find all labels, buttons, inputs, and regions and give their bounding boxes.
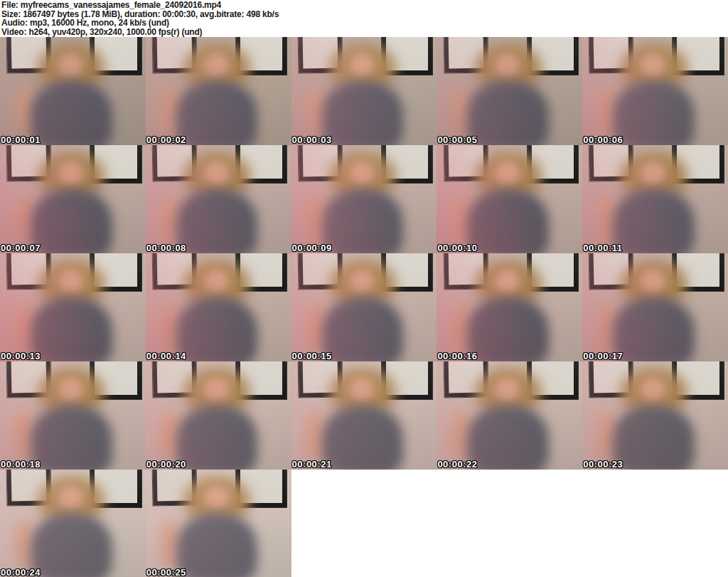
- abstract-torso-shape: [31, 513, 112, 577]
- video-thumbnail: 00:00:13: [0, 253, 146, 361]
- abstract-torso-shape: [176, 297, 258, 361]
- abstract-face-shape: [495, 270, 520, 293]
- video-thumbnail: 00:00:15: [291, 253, 437, 361]
- abstract-hair-shape: [620, 368, 687, 415]
- abstract-hair-shape: [329, 260, 396, 307]
- frame-timestamp: 00:00:17: [583, 351, 623, 361]
- frame-timestamp: 00:00:24: [1, 567, 41, 577]
- abstract-torso-shape: [467, 80, 549, 145]
- frame-placeholder-art: [0, 470, 146, 577]
- abstract-torso-shape: [31, 297, 112, 361]
- frame-timestamp: 00:00:18: [1, 459, 41, 470]
- abstract-hair-shape: [475, 368, 542, 415]
- frame-placeholder-art: [437, 361, 582, 470]
- abstract-hair-shape: [620, 43, 687, 91]
- wall-picture-frame: [153, 37, 197, 73]
- abstract-face-shape: [58, 53, 83, 77]
- wall-picture-frame: [7, 361, 51, 398]
- wall-picture-frame: [236, 361, 287, 399]
- frame-placeholder-art: [146, 470, 291, 577]
- abstract-arm-shape: [14, 519, 35, 569]
- wall-picture-frame: [444, 145, 488, 181]
- abstract-torso-shape: [322, 189, 404, 253]
- frame-timestamp: 00:00:20: [146, 459, 186, 470]
- frame-timestamp: 00:00:06: [583, 134, 623, 145]
- frame-placeholder-art: [291, 253, 437, 361]
- wall-picture-frame: [589, 253, 633, 290]
- wall-picture-frame: [236, 253, 287, 291]
- abstract-torso-shape: [613, 189, 695, 253]
- wall-picture-frame: [444, 253, 488, 290]
- frame-timestamp: 00:00:09: [292, 243, 332, 253]
- frame-timestamp: 00:00:07: [1, 243, 41, 253]
- abstract-face-shape: [204, 486, 229, 509]
- abstract-hair-shape: [183, 43, 250, 91]
- abstract-face-shape: [495, 162, 520, 185]
- abstract-arm-shape: [597, 303, 618, 353]
- wall-picture-frame: [589, 145, 633, 181]
- video-thumbnail: 00:00:22: [437, 361, 582, 470]
- wall-picture-frame: [298, 145, 342, 181]
- wall-picture-frame: [153, 470, 197, 506]
- frame-placeholder-art: [582, 37, 728, 145]
- frame-timestamp: 00:00:02: [146, 134, 186, 145]
- frame-placeholder-art: [0, 37, 146, 145]
- abstract-hair-shape: [183, 260, 250, 307]
- abstract-face-shape: [204, 270, 229, 293]
- frame-placeholder-art: [146, 145, 291, 253]
- wall-picture-frame: [90, 253, 141, 291]
- abstract-face-shape: [204, 378, 229, 401]
- abstract-hair-shape: [38, 476, 105, 524]
- frame-placeholder-art: [291, 37, 437, 145]
- abstract-arm-shape: [14, 87, 35, 137]
- wall-picture-frame: [382, 253, 432, 291]
- frame-timestamp: 00:00:21: [292, 459, 332, 470]
- abstract-face-shape: [350, 162, 375, 185]
- abstract-torso-shape: [31, 80, 112, 145]
- abstract-arm-shape: [451, 411, 472, 461]
- wall-picture-frame: [528, 37, 578, 75]
- video-thumbnail: 00:00:08: [146, 145, 291, 253]
- abstract-arm-shape: [451, 195, 472, 245]
- wall-picture-frame: [7, 145, 51, 181]
- color-cast-overlay: [146, 361, 291, 470]
- abstract-torso-shape: [467, 297, 549, 361]
- abstract-face-shape: [641, 162, 665, 185]
- wall-picture-frame: [673, 37, 723, 75]
- abstract-hair-shape: [38, 368, 105, 415]
- abstract-face-shape: [641, 270, 665, 293]
- wall-picture-frame: [153, 361, 197, 398]
- video-thumbnail: 00:00:07: [0, 145, 146, 253]
- wall-picture-frame: [444, 37, 488, 73]
- color-cast-overlay: [0, 470, 146, 577]
- color-cast-overlay: [582, 37, 728, 145]
- wall-picture-frame: [298, 253, 342, 290]
- abstract-arm-shape: [451, 87, 472, 137]
- wall-picture-frame: [236, 37, 287, 75]
- abstract-torso-shape: [613, 80, 695, 145]
- video-thumbnail: 00:00:01: [0, 37, 146, 145]
- abstract-arm-shape: [14, 411, 35, 461]
- frame-timestamp: 00:00:25: [146, 567, 186, 577]
- wall-picture-frame: [153, 253, 197, 290]
- wall-picture-frame: [382, 37, 432, 75]
- color-cast-overlay: [291, 253, 437, 361]
- thumbnail-grid: 00:00:01 00:00:02 00:00:03: [0, 37, 728, 577]
- video-thumbnail: 00:00:21: [291, 361, 437, 470]
- abstract-hair-shape: [183, 476, 250, 524]
- frame-timestamp: 00:00:23: [583, 459, 623, 470]
- wall-picture-frame: [236, 145, 287, 183]
- video-thumbnail: 00:00:24: [0, 470, 146, 577]
- wall-picture-frame: [673, 361, 723, 399]
- abstract-arm-shape: [597, 411, 618, 461]
- abstract-torso-shape: [613, 297, 695, 361]
- color-cast-overlay: [0, 37, 146, 145]
- frame-placeholder-art: [291, 361, 437, 470]
- frame-timestamp: 00:00:15: [292, 351, 332, 361]
- color-cast-overlay: [437, 145, 582, 253]
- abstract-torso-shape: [322, 405, 404, 470]
- frame-timestamp: 00:00:16: [437, 351, 477, 361]
- abstract-hair-shape: [183, 368, 250, 415]
- frame-placeholder-art: [0, 145, 146, 253]
- abstract-hair-shape: [329, 43, 396, 91]
